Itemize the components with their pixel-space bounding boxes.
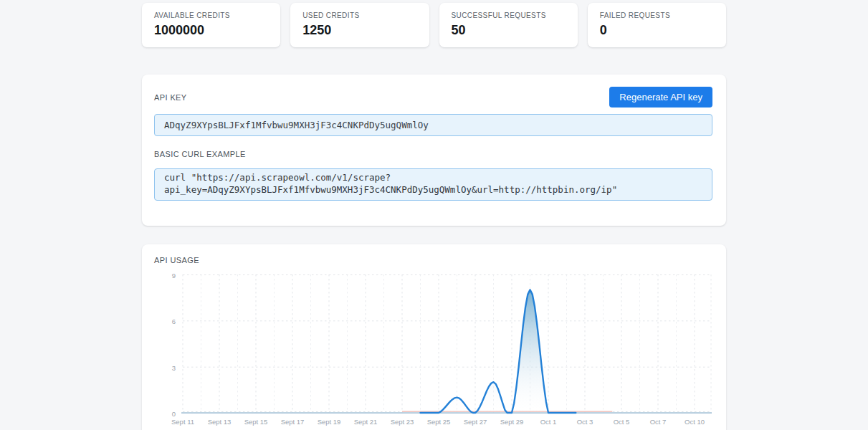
- x-tick-label: Oct 5: [614, 418, 630, 426]
- stat-value: 0: [600, 23, 714, 38]
- curl-example-title: BASIC CURL EXAMPLE: [154, 150, 712, 158]
- y-tick-label: 6: [157, 317, 176, 325]
- usage-area-fill: [421, 290, 576, 413]
- x-tick-label: Sept 29: [500, 418, 524, 426]
- api-key-field[interactable]: ADqyZ9XYpsBLJFxf1Mfvbwu9MXH3jF3c4CNKPdDy…: [154, 114, 712, 136]
- api-key-title: API KEY: [154, 93, 187, 102]
- x-tick-label: Sept 17: [281, 418, 305, 426]
- curl-line: curl "https://api.scrapeowl.com/v1/scrap…: [164, 172, 702, 184]
- x-tick-label: Oct 10: [685, 418, 705, 426]
- y-tick-label: 9: [157, 272, 176, 280]
- stat-card-available-credits: AVAILABLE CREDITS 1000000: [142, 3, 280, 47]
- api-key-panel: API KEY Regenerate API key ADqyZ9XYpsBLJ…: [142, 75, 726, 226]
- x-tick-label: Oct 7: [650, 418, 667, 426]
- stat-label: AVAILABLE CREDITS: [154, 11, 268, 19]
- stat-label: FAILED REQUESTS: [600, 11, 714, 19]
- curl-example-code: curl "https://api.scrapeowl.com/v1/scrap…: [154, 168, 712, 201]
- curl-line: api_key=ADqyZ9XYpsBLJFxf1Mfvbwu9MXH3jF3c…: [164, 184, 702, 196]
- x-tick-label: Sept 25: [427, 418, 451, 426]
- x-tick-label: Sept 19: [318, 418, 341, 426]
- dashboard-content: AVAILABLE CREDITS 1000000 USED CREDITS 1…: [142, 0, 726, 430]
- x-tick-label: Oct 3: [577, 418, 593, 426]
- x-tick-label: Sept 27: [464, 418, 487, 426]
- stats-row: AVAILABLE CREDITS 1000000 USED CREDITS 1…: [142, 3, 726, 47]
- stat-card-used-credits: USED CREDITS 1250: [290, 3, 429, 47]
- x-tick-label: Sept 13: [208, 418, 232, 426]
- y-tick-label: 3: [157, 363, 176, 371]
- y-tick-label: 0: [157, 410, 176, 418]
- stat-label: SUCCESSFUL REQUESTS: [452, 11, 566, 19]
- stat-card-failed-requests: FAILED REQUESTS 0: [588, 3, 726, 47]
- api-usage-title: API USAGE: [154, 256, 712, 264]
- api-usage-panel: API USAGE 9630 Sept 11Sept 13Sept 15Sept…: [142, 244, 726, 430]
- stat-label: USED CREDITS: [302, 11, 416, 19]
- stat-value: 1250: [302, 23, 416, 38]
- usage-chart: 9630 Sept 11Sept 13Sept 15Sept 17Sept 19…: [181, 274, 712, 428]
- regenerate-api-key-button[interactable]: Regenerate API key: [609, 87, 712, 108]
- x-tick-label: Sept 23: [391, 418, 414, 426]
- x-axis-labels: Sept 11Sept 13Sept 15Sept 17Sept 19Sept …: [181, 418, 712, 428]
- stat-value: 1000000: [154, 23, 268, 38]
- usage-chart-svg: [181, 274, 712, 415]
- api-key-header: API KEY Regenerate API key: [154, 87, 712, 108]
- stat-card-successful-requests: SUCCESSFUL REQUESTS 50: [439, 3, 578, 47]
- stat-value: 50: [452, 23, 566, 38]
- x-tick-label: Sept 15: [244, 418, 268, 426]
- x-tick-label: Sept 11: [171, 418, 194, 426]
- x-tick-label: Sept 21: [354, 418, 378, 426]
- x-tick-label: Oct 1: [540, 418, 557, 426]
